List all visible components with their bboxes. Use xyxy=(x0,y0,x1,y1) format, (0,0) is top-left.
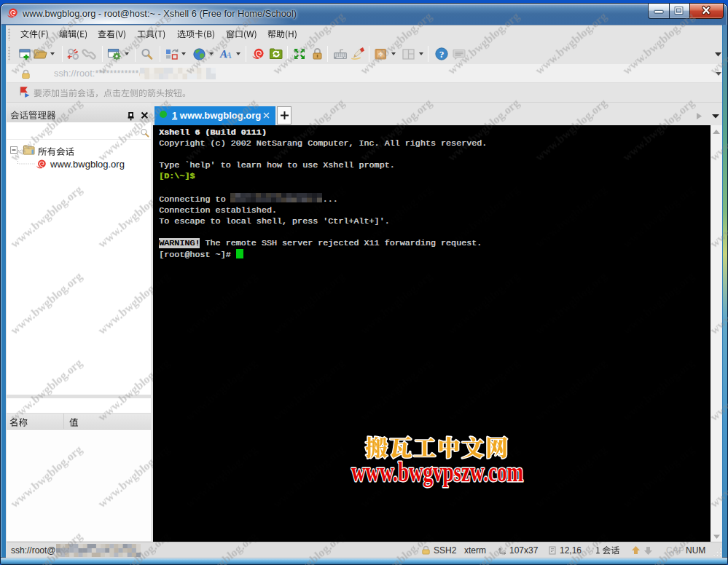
svg-text:A: A xyxy=(225,50,232,60)
svg-text:?: ? xyxy=(439,49,445,60)
svg-text:www.bwgvpszw.com: www.bwgvpszw.com xyxy=(351,457,523,487)
